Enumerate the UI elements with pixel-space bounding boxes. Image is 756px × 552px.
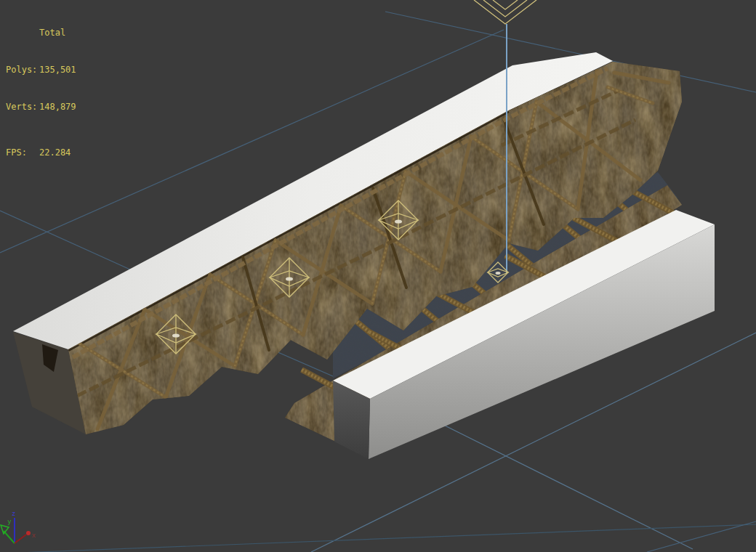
- verts-value: 148,879: [39, 102, 76, 112]
- viewport-3d[interactable]: z y x Total Polys:135,501 Verts:148,879 …: [0, 0, 756, 552]
- x-axis-tip: [26, 531, 31, 535]
- stats-fps-row: FPS:22.284: [6, 147, 76, 159]
- fps-value: 22.284: [39, 147, 71, 158]
- stats-polys-row: Polys:135,501: [6, 64, 76, 76]
- x-axis-label: x: [32, 532, 36, 539]
- fps-label: FPS:: [6, 147, 39, 159]
- viewport-canvas[interactable]: z y x: [0, 0, 756, 552]
- polys-label: Polys:: [6, 64, 39, 76]
- y-axis-label: y: [7, 518, 12, 525]
- polys-value: 135,501: [39, 65, 76, 75]
- stats-verts-row: Verts:148,879: [6, 101, 76, 113]
- z-axis-label: z: [12, 510, 15, 517]
- stats-total-label: Total: [6, 27, 76, 39]
- viewport-statistics: Total Polys:135,501 Verts:148,879 FPS:22…: [6, 2, 76, 171]
- verts-label: Verts:: [6, 101, 39, 113]
